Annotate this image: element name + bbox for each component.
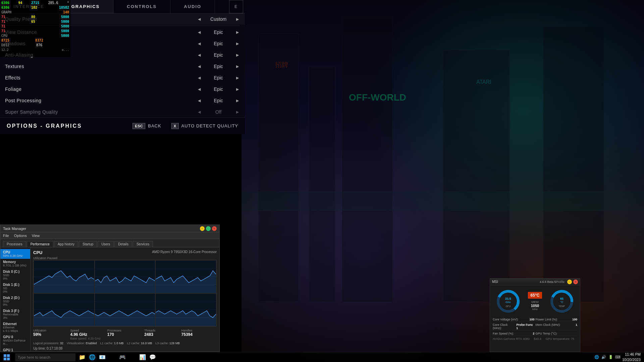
tm-body: CPU 59% 4.36 GHz Memory 8.7/31.1 GB (4%)…: [0, 247, 219, 352]
tm-disk2-sub: SSD0%: [3, 300, 28, 306]
tm-tab-services[interactable]: Services: [133, 241, 153, 247]
tm-disk0-sub: SSD0%: [3, 274, 28, 280]
hud-val3: 102: [31, 5, 37, 10]
tm-sidebar-disk1[interactable]: Disk 1 (E:) SD0%: [0, 282, 30, 295]
msi-mem-clock: 1050: [531, 304, 539, 308]
tab-key-e: E: [229, 0, 243, 13]
tm-disk0-label: Disk 0 (C:): [3, 270, 28, 274]
shadows-arrow-right[interactable]: ►: [235, 41, 240, 46]
effects-arrow-right[interactable]: ►: [235, 75, 240, 80]
tab-controls[interactable]: CONTROLS: [113, 0, 170, 13]
back-button[interactable]: ESC BACK: [132, 123, 161, 129]
ss-quality-arrow-left[interactable]: ◄: [197, 109, 202, 115]
tm-tab-performance[interactable]: Performance: [27, 241, 53, 247]
foliage-row[interactable]: Foliage ◄ Epic ►: [0, 83, 245, 95]
tm-gpu1-label: GPU 1: [3, 348, 28, 352]
tm-sidebar-ethernet[interactable]: Ethernet Ethernet≤ 0.1 Mbps: [0, 321, 30, 334]
shadows-arrow-left[interactable]: ◄: [197, 41, 202, 46]
tab-audio[interactable]: AUDIO: [170, 0, 215, 13]
tray-battery-icon[interactable]: 🔋: [608, 355, 613, 360]
svg-rect-1: [309, 67, 335, 302]
tm-sidebar-memory[interactable]: Memory 8.7/31.1 GB (4%): [0, 259, 30, 268]
taskbar-icon-monitor[interactable]: 📊: [138, 352, 148, 362]
taskbar-icon-notepad[interactable]: 🗒: [107, 352, 117, 362]
tm-sidebar-disk0[interactable]: Disk 0 (C:) SSD0%: [0, 268, 30, 282]
svg-rect-3: [443, 50, 510, 302]
tm-tab-apphistory[interactable]: App history: [54, 241, 78, 247]
auto-detect-button[interactable]: X AUTO DETECT QUALITY: [171, 123, 238, 129]
tm-file-menu[interactable]: File: [3, 234, 9, 238]
tm-sidebar-gpu1[interactable]: GPU 1 AMD Radeon(TM)...0% (48°C): [0, 347, 30, 352]
start-button[interactable]: [0, 352, 13, 362]
tm-speed-value: 4.96 GHz: [70, 332, 105, 337]
msi-bottom: NVIDIA GeForce RTX 4080 $40.8 GPU temper…: [490, 336, 580, 342]
tm-minimize-button[interactable]: −: [200, 226, 205, 231]
svg-rect-44: [4, 354, 6, 357]
foliage-arrow-left[interactable]: ◄: [197, 86, 202, 92]
foliage-arrow-right[interactable]: ►: [235, 86, 240, 92]
svg-text:GPU: GPU: [505, 305, 511, 307]
tm-chart-cell-2: [95, 260, 156, 293]
hud-cpu-label: GRAPH: [1, 10, 11, 15]
msi-temp-display: 65°C: [528, 292, 542, 299]
svg-text:21.5: 21.5: [505, 297, 511, 300]
super-sampling-quality-row[interactable]: Super Sampling Quality ◄ Off ►: [0, 106, 245, 117]
tray-volume-icon[interactable]: 🔊: [601, 355, 606, 360]
tm-sidebar-cpu[interactable]: CPU 59% 4.36 GHz: [0, 249, 30, 259]
post-processing-row[interactable]: Post Processing ◄ Epic ►: [0, 95, 245, 106]
taskbar-icon-shield[interactable]: 🛡: [158, 352, 168, 362]
view-distance-arrow-left[interactable]: ◄: [197, 29, 202, 35]
view-distance-arrow-right[interactable]: ►: [235, 29, 240, 35]
msi-mem-label: MEM: [532, 300, 539, 304]
tm-chart-svg-6: [156, 294, 216, 326]
bottom-bar: OPTIONS - GRAPHICS ESC BACK X AUTO DETEC…: [0, 117, 245, 134]
tray-keyboard-icon[interactable]: ⌨: [615, 355, 621, 360]
tm-tab-startup[interactable]: Startup: [79, 241, 97, 247]
tm-sidebar-disk3[interactable]: Disk 3 (F:) Removable3%: [0, 308, 30, 321]
hud-cpu4c: 5000: [61, 24, 69, 29]
tm-menubar: File Options View: [0, 232, 219, 239]
tm-sidebar-gpu0[interactable]: GPU 0 NVIDIA GeForce R...: [0, 334, 30, 347]
ss-quality-arrow-right[interactable]: ►: [235, 109, 240, 115]
hud-val4: 10502: [59, 5, 69, 10]
tray-network-icon[interactable]: 🌐: [594, 355, 599, 360]
hud-cpu2b: 80: [31, 15, 35, 19]
taskbar-icon-explorer[interactable]: 📁: [77, 352, 87, 362]
post-processing-arrow-right[interactable]: ►: [235, 98, 240, 103]
quality-preset-arrow-right[interactable]: ►: [235, 16, 240, 22]
tm-options-menu[interactable]: Options: [14, 234, 27, 238]
post-processing-arrow-left[interactable]: ◄: [197, 98, 202, 103]
taskbar-icon-mail[interactable]: 📧: [97, 352, 107, 362]
textures-arrow-left[interactable]: ◄: [197, 64, 202, 69]
msi-close-btn[interactable]: ×: [573, 280, 578, 284]
msi-vram: $40.8: [534, 337, 541, 341]
taskbar-icon-discord[interactable]: 💬: [148, 352, 158, 362]
textures-row[interactable]: Textures ◄ Epic ►: [0, 61, 245, 72]
effects-row[interactable]: Effects ◄ Epic ►: [0, 72, 245, 83]
msi-cv-val: 100: [529, 318, 534, 321]
tm-view-menu[interactable]: View: [32, 234, 40, 238]
anti-aliasing-arrow-right[interactable]: ►: [235, 52, 240, 58]
anti-aliasing-arrow-left[interactable]: ◄: [197, 52, 202, 58]
tm-maximize-button[interactable]: □: [206, 226, 211, 231]
textures-arrow-right[interactable]: ►: [235, 64, 240, 69]
tm-tab-users[interactable]: Users: [98, 241, 114, 247]
post-processing-label: Post Processing: [5, 98, 72, 103]
taskbar-icon-edge[interactable]: 🌐: [87, 352, 97, 362]
taskbar-icon-settings[interactable]: ⚙: [127, 352, 138, 362]
tm-eth-sub: Ethernet≤ 0.1 Mbps: [3, 326, 28, 333]
tm-chart-cell-1: [34, 260, 95, 293]
system-clock[interactable]: 11:46 PM 10/20/2023: [622, 352, 641, 362]
tm-stat-speed: Speed 4.96 GHz Base speed: 4.20 GHz: [70, 329, 105, 340]
hud-suffix1: °: [67, 1, 69, 5]
tm-tab-details[interactable]: Details: [114, 241, 132, 247]
effects-arrow-left[interactable]: ◄: [197, 75, 202, 80]
taskbar-icon-game[interactable]: 🎮: [117, 352, 127, 362]
search-input[interactable]: [15, 353, 75, 361]
tm-close-button[interactable]: ×: [212, 226, 217, 231]
tm-tab-processes[interactable]: Processes: [3, 241, 26, 247]
anti-aliasing-value: Epic: [205, 52, 232, 58]
quality-preset-arrow-left[interactable]: ◄: [197, 16, 202, 22]
msi-minimize-btn[interactable]: −: [567, 280, 572, 284]
tm-sidebar-disk2[interactable]: Disk 2 (D:) SSD0%: [0, 295, 30, 308]
